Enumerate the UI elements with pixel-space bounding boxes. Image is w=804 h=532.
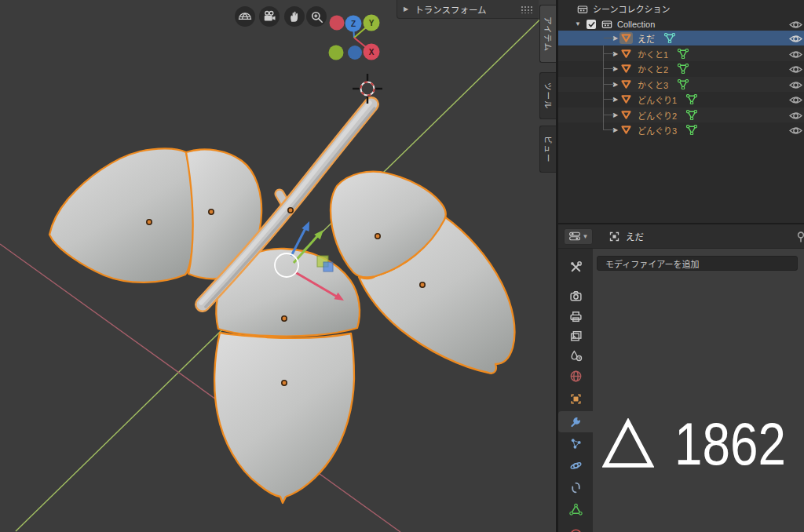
3d-viewport[interactable]: Z Y X — [0, 0, 556, 532]
tab-tool-label: ツール — [543, 82, 554, 110]
add-modifier-label: モディファイアーを追加 — [605, 257, 700, 270]
grid-icon[interactable] — [235, 6, 255, 27]
nav-z-label: Z — [351, 20, 356, 28]
modifier-panel: モディファイアーを追加 1862 — [593, 249, 804, 532]
object-name: えだ — [638, 32, 655, 45]
scene-canvas[interactable]: Z Y X — [0, 0, 556, 532]
triangle-icon — [602, 418, 654, 468]
tab-render[interactable] — [558, 286, 593, 307]
collection-row[interactable]: ▼ Collection — [558, 16, 804, 31]
tab-tool[interactable] — [558, 257, 593, 278]
mesh-data-icon — [664, 33, 675, 43]
collection-icon — [577, 4, 588, 14]
collapse-arrow-icon: ▶ — [404, 5, 408, 13]
mesh-object-icon — [619, 63, 633, 75]
tab-material[interactable] — [558, 523, 593, 532]
tab-view[interactable]: ビュー — [539, 126, 556, 173]
outliner: シーンコレクション ▼ Collection — [558, 0, 804, 223]
outliner-row-kakuto1[interactable]: ▶ かくと1 — [558, 46, 804, 61]
nav-ball-neg-x[interactable] — [330, 16, 345, 31]
object-name: どんぐり3 — [638, 124, 677, 137]
tab-item[interactable]: アイテム — [539, 5, 556, 63]
tab-constraints[interactable] — [558, 477, 593, 498]
object-name: どんぐり1 — [638, 93, 677, 106]
acorn-left[interactable] — [49, 148, 261, 282]
mesh-object-icon — [619, 93, 633, 105]
mesh-data-icon — [678, 64, 689, 74]
object-name: かくと2 — [638, 63, 668, 75]
object-name: かくと3 — [638, 78, 668, 91]
right-panel: シーンコレクション ▼ Collection — [556, 0, 804, 532]
outliner-row-eda[interactable]: ▶ えだ — [558, 31, 804, 46]
expand-arrow-icon[interactable]: ▼ — [574, 20, 582, 27]
nav-ball-neg-y[interactable] — [329, 46, 344, 60]
tab-object[interactable] — [558, 388, 593, 410]
tab-view-layer[interactable] — [558, 326, 593, 347]
scene-collection-row[interactable]: シーンコレクション — [558, 2, 804, 16]
nav-ball-neg-z[interactable] — [348, 46, 362, 60]
mesh-data-icon — [678, 49, 689, 59]
tab-tool[interactable]: ツール — [539, 72, 556, 119]
nav-y-label: Y — [369, 19, 375, 27]
mesh-data-icon — [686, 125, 697, 135]
pin-icon[interactable] — [795, 231, 804, 246]
3d-cursor-icon — [353, 74, 382, 104]
tab-modifier[interactable] — [558, 411, 593, 432]
tab-physics[interactable] — [558, 455, 593, 476]
triangle-count-overlay: 1862 — [602, 418, 804, 468]
object-icon — [608, 231, 620, 242]
collection-icon — [601, 19, 612, 29]
blender-window: Z Y X — [0, 0, 804, 532]
acorn-bottom[interactable] — [214, 249, 360, 503]
active-object-name: えだ — [626, 230, 644, 242]
tab-scene[interactable] — [558, 345, 593, 366]
mesh-object-icon — [619, 78, 633, 90]
object-name: どんぐり2 — [638, 109, 677, 122]
collection-name: Collection — [617, 20, 655, 29]
outliner-row-kakuto3[interactable]: ▶ かくと3 — [558, 77, 804, 92]
properties-tab-strip — [558, 249, 593, 532]
nav-x-label: X — [369, 48, 375, 56]
object-name: かくと1 — [638, 48, 668, 60]
outliner-row-kakuto2[interactable]: ▶ かくと2 — [558, 61, 804, 76]
tab-view-label: ビュー — [543, 136, 554, 163]
zoom-icon[interactable] — [306, 6, 327, 27]
mesh-object-icon — [619, 48, 633, 60]
properties-body: モディファイアーを追加 1862 — [558, 249, 804, 532]
mesh-data-icon — [678, 79, 689, 89]
plane-handle-blue[interactable] — [323, 262, 333, 271]
nav-gizmo[interactable]: Z Y X — [329, 15, 380, 60]
breadcrumb: えだ — [608, 230, 644, 242]
scene-collection-label: シーンコレクション — [593, 2, 670, 15]
mesh-object-icon — [619, 32, 633, 44]
eye-icon[interactable] — [789, 94, 804, 108]
mesh-object-icon — [619, 124, 633, 136]
properties-editor: ▼ えだ — [558, 223, 804, 532]
collection-checkbox[interactable] — [587, 20, 596, 29]
eye-icon[interactable] — [789, 125, 804, 139]
pan-hand-icon[interactable] — [284, 6, 305, 27]
camera-icon[interactable] — [259, 6, 280, 27]
tab-particles[interactable] — [558, 433, 593, 454]
eye-icon[interactable] — [789, 33, 804, 47]
outliner-row-donguri2[interactable]: ▶ どんぐり2 — [558, 107, 804, 122]
tab-item-label: アイテム — [543, 16, 554, 52]
transform-panel-title: トランスフォーム — [415, 3, 521, 16]
mesh-object-icon — [619, 109, 633, 121]
properties-icon — [568, 230, 581, 242]
mesh-data-icon — [686, 94, 697, 104]
transform-panel-header[interactable]: ▶ トランスフォーム — [397, 0, 539, 19]
editor-type-button[interactable]: ▼ — [564, 228, 593, 245]
properties-header: ▼ えだ — [558, 224, 804, 249]
eye-icon[interactable] — [789, 64, 804, 78]
chevron-down-icon: ▼ — [583, 233, 589, 240]
outliner-row-donguri1[interactable]: ▶ どんぐり1 — [558, 92, 804, 107]
outliner-row-donguri3[interactable]: ▶ どんぐり3 — [558, 122, 804, 137]
tab-world[interactable] — [558, 366, 593, 387]
acorn-right[interactable] — [331, 172, 514, 373]
drag-grip-icon[interactable] — [521, 5, 532, 13]
tab-object-data[interactable] — [558, 499, 593, 520]
tab-output[interactable] — [558, 306, 593, 327]
triangle-count: 1862 — [674, 421, 786, 468]
add-modifier-button[interactable]: モディファイアーを追加 — [597, 256, 798, 271]
